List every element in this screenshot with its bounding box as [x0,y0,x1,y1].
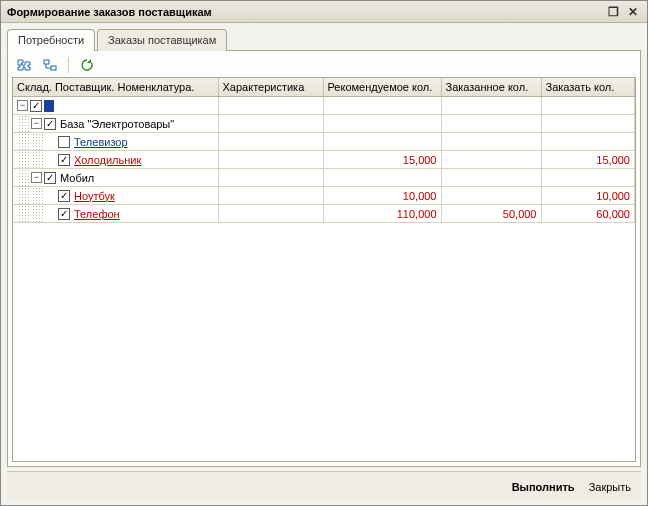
table-row[interactable]: Ноутбук10,00010,000 [13,187,635,205]
client-area: Потребности Заказы поставщикам [1,23,647,505]
tree-guide [17,187,29,204]
col-header-to-order[interactable]: Заказать кол. [541,78,635,97]
checkbox[interactable] [44,118,56,130]
cell-recommended[interactable]: 110,000 [323,205,441,223]
tab-needs-label: Потребности [18,34,84,46]
row-label[interactable]: Холодильник [72,154,141,166]
cell-to-order[interactable] [541,133,635,151]
col-header-recommended[interactable]: Рекомендуемое кол. [323,78,441,97]
cell-ordered[interactable] [441,169,541,187]
table-row[interactable]: − [13,97,635,115]
cell-recommended[interactable] [323,97,441,115]
table-row[interactable]: Телевизор [13,133,635,151]
tab-panel-needs: Склад. Поставщик. Номенклатура. Характер… [7,50,641,467]
cell-to-order[interactable] [541,97,635,115]
cell-characteristic[interactable] [218,133,323,151]
grid: Склад. Поставщик. Номенклатура. Характер… [12,77,636,462]
cell-characteristic[interactable] [218,169,323,187]
table-row[interactable]: −База "Электротовары" [13,115,635,133]
checkbox[interactable] [44,172,56,184]
row-label[interactable]: База "Электротовары" [58,118,174,130]
checkbox[interactable] [58,154,70,166]
col-header-tree[interactable]: Склад. Поставщик. Номенклатура. [13,78,218,97]
close-icon[interactable]: ✕ [625,5,641,19]
grid-header-row: Склад. Поставщик. Номенклатура. Характер… [13,78,635,97]
titlebar: Формирование заказов поставщикам ❐ ✕ [1,1,647,23]
svg-rect-1 [51,66,56,70]
checkbox[interactable] [58,190,70,202]
row-label[interactable]: Телефон [72,208,120,220]
restore-icon[interactable]: ❐ [605,5,621,19]
cell-characteristic[interactable] [218,187,323,205]
cell-characteristic[interactable] [218,97,323,115]
tree-guide [31,187,43,204]
row-label[interactable]: Ноутбук [72,190,115,202]
collapse-icon[interactable]: − [17,100,28,111]
tab-orders[interactable]: Заказы поставщикам [97,29,227,51]
tree-guide [17,169,29,186]
cell-ordered[interactable] [441,133,541,151]
toolbar [12,55,636,77]
tree-guide [17,115,29,132]
window: Формирование заказов поставщикам ❐ ✕ Пот… [0,0,648,506]
cell-to-order[interactable]: 10,000 [541,187,635,205]
cell-ordered[interactable] [441,97,541,115]
cell-ordered[interactable] [441,151,541,169]
tab-needs[interactable]: Потребности [7,29,95,51]
cell-recommended[interactable]: 15,000 [323,151,441,169]
execute-button[interactable]: Выполнить [512,481,575,493]
tree-guide [31,133,43,150]
grid-table: Склад. Поставщик. Номенклатура. Характер… [13,78,635,223]
row-label[interactable]: Мобил [58,172,94,184]
tree-guide [17,151,29,168]
footer: Выполнить Закрыть [7,471,641,501]
toolbar-separator [68,57,69,73]
cell-recommended[interactable] [323,115,441,133]
cell-characteristic[interactable] [218,151,323,169]
cell-recommended[interactable] [323,169,441,187]
cell-recommended[interactable]: 10,000 [323,187,441,205]
collapse-icon[interactable]: − [31,172,42,183]
cell-to-order[interactable] [541,115,635,133]
cell-characteristic[interactable] [218,205,323,223]
table-row[interactable]: Холодильник15,00015,000 [13,151,635,169]
col-header-char[interactable]: Характеристика [218,78,323,97]
checkbox[interactable] [58,208,70,220]
grid-empty-area [13,223,635,461]
col-header-ordered[interactable]: Заказанное кол. [441,78,541,97]
checkbox[interactable] [58,136,70,148]
cell-ordered[interactable] [441,115,541,133]
tab-orders-label: Заказы поставщикам [108,34,216,46]
cell-ordered[interactable]: 50,000 [441,205,541,223]
row-label[interactable]: Телевизор [72,136,128,148]
cell-ordered[interactable] [441,187,541,205]
tree-guide [31,151,43,168]
cell-to-order[interactable] [541,169,635,187]
tree-guide [17,205,29,222]
window-title: Формирование заказов поставщикам [7,6,601,18]
table-row[interactable]: Телефон110,00050,00060,000 [13,205,635,223]
expand-tree-icon[interactable] [14,56,34,74]
cell-recommended[interactable] [323,133,441,151]
svg-rect-0 [44,60,49,64]
checkbox[interactable] [30,100,42,112]
collapse-icon[interactable]: − [31,118,42,129]
selection-marker [44,100,54,112]
cell-characteristic[interactable] [218,115,323,133]
tab-strip: Потребности Заказы поставщикам [7,29,641,51]
tree-guide [31,205,43,222]
table-row[interactable]: −Мобил [13,169,635,187]
collapse-tree-icon[interactable] [40,56,60,74]
refresh-icon[interactable] [77,56,97,74]
tree-guide [17,133,29,150]
cell-to-order[interactable]: 60,000 [541,205,635,223]
cell-to-order[interactable]: 15,000 [541,151,635,169]
close-button[interactable]: Закрыть [589,481,631,493]
